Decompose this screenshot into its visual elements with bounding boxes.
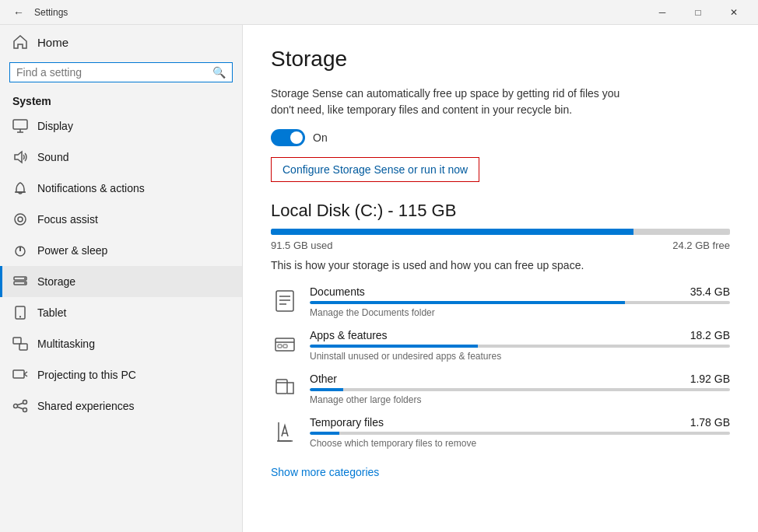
sidebar-label-power: Power & sleep [37, 244, 107, 257]
svg-point-22 [23, 408, 27, 412]
window-controls: ─ □ ✕ [644, 0, 752, 25]
svg-point-11 [24, 278, 26, 279]
sidebar-item-focus[interactable]: Focus assist [0, 204, 242, 235]
sound-icon [12, 149, 28, 165]
item-bar-documents [310, 301, 730, 304]
sidebar-label-sound: Sound [37, 151, 68, 163]
temp-icon [271, 418, 299, 446]
disk-description: This is how your storage is used and how… [271, 259, 730, 271]
window-title: Settings [31, 7, 644, 18]
sidebar-item-projecting[interactable]: Projecting to this PC [0, 359, 242, 390]
sidebar-item-home[interactable]: Home [0, 25, 242, 59]
item-size-apps: 18.2 GB [690, 329, 730, 341]
sidebar-item-notifications[interactable]: Notifications & actions [0, 173, 242, 204]
svg-point-21 [23, 401, 27, 404]
close-button[interactable]: ✕ [716, 0, 752, 25]
minimize-button[interactable]: ─ [644, 0, 680, 25]
item-name-apps: Apps & features [310, 329, 388, 341]
disk-bar-fill [271, 229, 633, 235]
storage-sense-toggle[interactable] [271, 129, 305, 146]
disk-title: Local Disk (C:) - 115 GB [271, 201, 730, 221]
disk-stats: 91.5 GB used 24.2 GB free [271, 240, 730, 251]
sidebar-label-notifications: Notifications & actions [37, 182, 145, 194]
storage-item-other[interactable]: Other 1.92 GB Manage other large folders [271, 373, 730, 405]
page-title: Storage [271, 47, 730, 72]
configure-link[interactable]: Configure Storage Sense or run it now [271, 157, 479, 182]
sidebar-item-tablet[interactable]: Tablet [0, 297, 242, 328]
shared-icon [12, 398, 28, 414]
main-panel: Storage Storage Sense can automatically … [243, 25, 758, 532]
storage-item-documents[interactable]: Documents 35.4 GB Manage the Documents f… [271, 285, 730, 318]
app-body: Home 🔍 System Display [0, 25, 758, 532]
title-bar: ← Settings ─ □ ✕ [0, 0, 758, 25]
focus-icon [12, 212, 28, 227]
item-sub-documents: Manage the Documents folder [310, 307, 730, 318]
sidebar-label-display: Display [37, 120, 73, 132]
item-bar-other [310, 388, 730, 391]
toggle-label: On [313, 131, 328, 144]
maximize-button[interactable]: □ [680, 0, 716, 25]
item-sub-apps: Uninstall unused or undesired apps & fea… [310, 351, 730, 362]
power-icon [12, 243, 28, 258]
sidebar-label-tablet: Tablet [37, 306, 66, 319]
multitasking-icon [12, 336, 28, 352]
sidebar-item-storage[interactable]: Storage [0, 266, 242, 297]
svg-rect-17 [13, 370, 24, 378]
svg-rect-0 [13, 120, 27, 129]
notifications-icon [12, 180, 28, 196]
item-name-documents: Documents [310, 285, 365, 298]
item-bar-temp [310, 432, 730, 435]
sidebar-item-display[interactable]: Display [0, 110, 242, 142]
sidebar-label-shared: Shared experiences [37, 400, 135, 412]
sidebar-item-multitasking[interactable]: Multitasking [0, 328, 242, 359]
sidebar-item-sound[interactable]: Sound [0, 142, 242, 173]
svg-rect-32 [283, 345, 287, 348]
item-size-other: 1.92 GB [690, 373, 730, 385]
disk-used-label: 91.5 GB used [271, 240, 333, 251]
svg-line-23 [18, 403, 23, 405]
apps-icon [271, 331, 299, 359]
svg-rect-25 [276, 291, 293, 311]
sidebar-label-projecting: Projecting to this PC [37, 369, 136, 381]
disk-bar [271, 229, 730, 235]
item-sub-temp: Choose which temporary files to remove [310, 438, 730, 449]
toggle-row: On [271, 129, 730, 146]
svg-point-6 [18, 217, 23, 222]
storage-icon [12, 274, 28, 289]
item-name-temp: Temporary files [310, 416, 384, 429]
svg-marker-3 [15, 152, 22, 163]
sidebar-item-power[interactable]: Power & sleep [0, 235, 242, 266]
item-size-temp: 1.78 GB [690, 416, 730, 429]
search-input[interactable] [16, 66, 212, 79]
projecting-icon [12, 367, 28, 383]
svg-line-24 [18, 407, 23, 409]
svg-rect-33 [276, 380, 287, 394]
svg-point-20 [14, 404, 18, 408]
sidebar-home-label: Home [37, 36, 68, 49]
show-more-link[interactable]: Show more categories [271, 466, 379, 478]
sidebar-label-multitasking: Multitasking [37, 338, 95, 350]
display-icon [12, 118, 28, 134]
tablet-icon [12, 305, 28, 320]
svg-rect-16 [19, 344, 27, 350]
other-icon [271, 374, 299, 402]
storage-sense-description: Storage Sense can automatically free up … [271, 86, 644, 118]
home-icon [12, 34, 28, 50]
sidebar-label-focus: Focus assist [37, 213, 98, 226]
search-icon: 🔍 [212, 66, 226, 79]
sidebar: Home 🔍 System Display [0, 25, 243, 532]
item-name-other: Other [310, 373, 337, 385]
svg-rect-15 [13, 338, 21, 344]
svg-point-12 [24, 282, 26, 284]
item-size-documents: 35.4 GB [690, 285, 730, 298]
storage-item-apps[interactable]: Apps & features 18.2 GB Uninstall unused… [271, 329, 730, 362]
sidebar-section-title: System [0, 89, 242, 110]
search-box[interactable]: 🔍 [9, 62, 233, 82]
storage-item-temp[interactable]: Temporary files 1.78 GB Choose which tem… [271, 416, 730, 449]
back-button[interactable]: ← [6, 0, 31, 25]
sidebar-label-storage: Storage [37, 275, 75, 288]
svg-rect-31 [278, 345, 282, 348]
svg-point-5 [15, 214, 26, 225]
item-sub-other: Manage other large folders [310, 394, 730, 405]
sidebar-item-shared[interactable]: Shared experiences [0, 390, 242, 422]
